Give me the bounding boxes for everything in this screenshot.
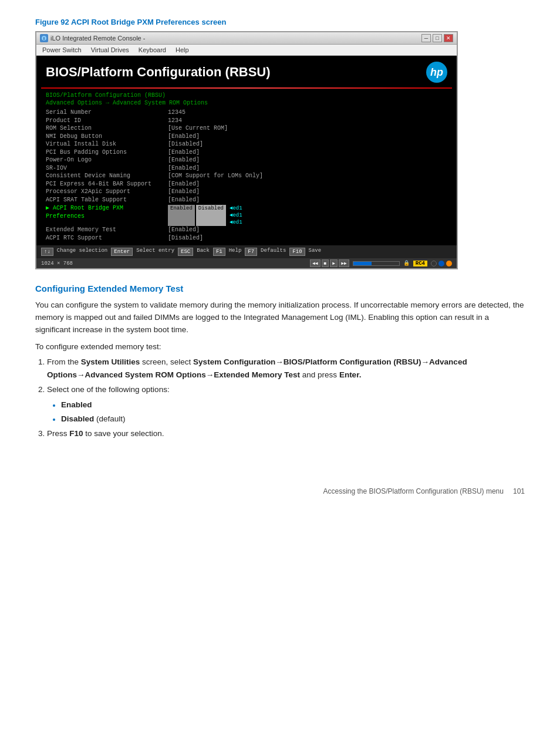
enabled-disabled-selector[interactable]: Enabled Disabled ◄ed1◄ed1◄ed1 bbox=[168, 205, 242, 226]
setting-label: Consistent Device Naming bbox=[46, 172, 163, 180]
setting-value: [Enabled] bbox=[168, 148, 447, 157]
f10-bold: F10 bbox=[69, 429, 83, 438]
table-row: PCI Express 64-Bit BAR Support [Enabled] bbox=[46, 180, 447, 188]
dot-2 bbox=[438, 261, 444, 266]
steps-list: From the System Utilities screen, select… bbox=[47, 356, 525, 440]
table-row: Extended Memory Test [Enabled] bbox=[46, 226, 447, 234]
options-sublist: Enabled Disabled (default) bbox=[61, 399, 525, 425]
menu-power-switch[interactable]: Power Switch bbox=[41, 46, 83, 54]
setting-value: [Disabled] bbox=[168, 140, 447, 148]
setting-label: Processor X2Apic Support bbox=[46, 188, 163, 196]
media-play-btn[interactable]: ▶ bbox=[330, 259, 338, 267]
disabled-label: Disabled bbox=[61, 414, 94, 423]
key-save-label: Save bbox=[309, 248, 322, 256]
setting-label: ACPI RTC Support bbox=[46, 234, 163, 242]
setting-label: ACPI SRAT Table Support bbox=[46, 196, 163, 204]
setting-value: [Enabled] bbox=[168, 226, 447, 234]
section-heading: Configuring Extended Memory Test bbox=[35, 283, 525, 293]
setting-value: [Enabled] bbox=[168, 188, 447, 196]
setting-value: [Enabled] bbox=[168, 180, 447, 188]
console-menubar: Power Switch Virtual Drives Keyboard Hel… bbox=[36, 45, 457, 56]
table-row: Serial Number 12345 bbox=[46, 109, 447, 117]
key-arrows: ↑↓ bbox=[41, 248, 53, 256]
table-row: Processor X2Apic Support [Enabled] bbox=[46, 188, 447, 196]
menu-help[interactable]: Help bbox=[174, 46, 190, 54]
key-change-label: Change selection bbox=[57, 248, 107, 256]
enabled-option[interactable]: Enabled bbox=[168, 205, 195, 226]
table-row: SR-IOV [Enabled] bbox=[46, 164, 447, 173]
breadcrumb-1: BIOS/Platform Configuration (RBSU) bbox=[46, 92, 447, 99]
setting-value: [Enabled] bbox=[168, 164, 447, 173]
key-f1: F1 bbox=[213, 248, 225, 256]
setting-label: Extended Memory Test bbox=[46, 226, 163, 234]
menu-virtual-drives[interactable]: Virtual Drives bbox=[90, 46, 130, 54]
setting-label: Virtual Install Disk bbox=[46, 140, 163, 148]
page-number: 101 bbox=[513, 487, 525, 495]
setting-value: [Enabled] bbox=[168, 196, 447, 204]
rc-badge: RC4 bbox=[413, 261, 427, 266]
window-controls[interactable]: ─ □ ✕ bbox=[421, 34, 453, 42]
setting-label: SR-IOV bbox=[46, 164, 163, 173]
console-window: i iLO Integrated Remote Console - ─ □ ✕ … bbox=[35, 31, 458, 269]
table-row: Consistent Device Naming [COM Support fo… bbox=[46, 172, 447, 180]
key-defaults-label: Defaults bbox=[261, 248, 286, 256]
figure-caption: Figure 92 ACPI Root Bridge PXM Preferenc… bbox=[35, 18, 525, 26]
menu-keyboard[interactable]: Keyboard bbox=[137, 46, 167, 54]
console-title-text: iLO Integrated Remote Console - bbox=[50, 35, 145, 42]
rbsu-header: BIOS/Platform Configuration (RBSU) hp bbox=[36, 56, 457, 87]
progress-bar bbox=[353, 261, 400, 266]
progress-fill bbox=[353, 262, 372, 265]
rbsu-content: BIOS/Platform Configuration (RBSU) Advan… bbox=[36, 89, 457, 245]
acpi-root-bridge-row[interactable]: ▶ ACPI Root Bridge PXM Preferences Enabl… bbox=[46, 204, 447, 226]
setting-value: [Disabled] bbox=[168, 234, 447, 242]
setting-value: [Use Current ROM] bbox=[168, 124, 447, 133]
disabled-option[interactable]: Disabled bbox=[196, 205, 226, 226]
dot-3 bbox=[446, 261, 452, 266]
key-select-label: Select entry bbox=[136, 248, 174, 256]
lock-icon: 🔒 bbox=[403, 260, 410, 266]
rbsu-footer: ↑↓ Change selection Enter Select entry E… bbox=[36, 245, 457, 258]
setting-label: NMI Debug Button bbox=[46, 133, 163, 141]
steps-intro: To configure extended memory test: bbox=[35, 342, 525, 351]
rbsu-title: BIOS/Platform Configuration (RBSU) bbox=[46, 65, 271, 80]
key-f7: F7 bbox=[245, 248, 257, 256]
svg-text:i: i bbox=[43, 36, 45, 40]
key-back-label: Back bbox=[197, 248, 210, 256]
media-pause-btn[interactable]: ■ bbox=[322, 259, 329, 267]
breadcrumb-2: Advanced Options → Advanced System ROM O… bbox=[46, 100, 447, 106]
console-title-left: i iLO Integrated Remote Console - bbox=[40, 34, 145, 42]
restore-button[interactable]: □ bbox=[433, 34, 442, 42]
key-f10: F10 bbox=[289, 248, 305, 256]
hp-logo: hp bbox=[426, 62, 447, 83]
selector-value: Enabled Disabled ◄ed1◄ed1◄ed1 bbox=[168, 204, 447, 226]
option-disabled: Disabled (default) bbox=[61, 413, 525, 426]
media-controls[interactable]: ◀◀ ■ ▶ ▶▶ bbox=[310, 259, 349, 267]
setting-label: Serial Number bbox=[46, 109, 163, 117]
media-forward-btn[interactable]: ▶▶ bbox=[339, 259, 349, 267]
console-app-icon: i bbox=[40, 34, 48, 42]
table-row: PCI Bus Padding Options [Enabled] bbox=[46, 148, 447, 157]
selector-arrows: ◄ed1◄ed1◄ed1 bbox=[230, 205, 242, 226]
key-esc: ESC bbox=[178, 248, 193, 256]
setting-value: 12345 bbox=[168, 109, 447, 117]
minimize-button[interactable]: ─ bbox=[421, 34, 431, 42]
step-1: From the System Utilities screen, select… bbox=[47, 356, 525, 381]
footer-keys: ↑↓ Change selection Enter Select entry E… bbox=[41, 248, 321, 256]
resolution-display: 1024 × 768 bbox=[41, 261, 73, 266]
dot-1 bbox=[431, 261, 437, 266]
close-button[interactable]: ✕ bbox=[444, 34, 453, 42]
status-dots bbox=[431, 261, 452, 266]
table-row: Power-On Logo [Enabled] bbox=[46, 156, 447, 164]
enter-bold: Enter. bbox=[339, 370, 362, 379]
console-titlebar: i iLO Integrated Remote Console - ─ □ ✕ bbox=[36, 32, 457, 45]
setting-value: [Enabled] bbox=[168, 133, 447, 141]
setting-label: ▶ ACPI Root Bridge PXM Preferences bbox=[46, 204, 163, 220]
table-row: NMI Debug Button [Enabled] bbox=[46, 133, 447, 141]
key-help-label: Help bbox=[229, 248, 242, 256]
status-right: ◀◀ ■ ▶ ▶▶ 🔒 RC4 bbox=[310, 259, 452, 267]
setting-label: ROM Selection bbox=[46, 124, 163, 133]
setting-value: 1234 bbox=[168, 117, 447, 125]
setting-label: Product ID bbox=[46, 117, 163, 125]
table-row: Product ID 1234 bbox=[46, 117, 447, 125]
media-back-btn[interactable]: ◀◀ bbox=[310, 259, 321, 267]
